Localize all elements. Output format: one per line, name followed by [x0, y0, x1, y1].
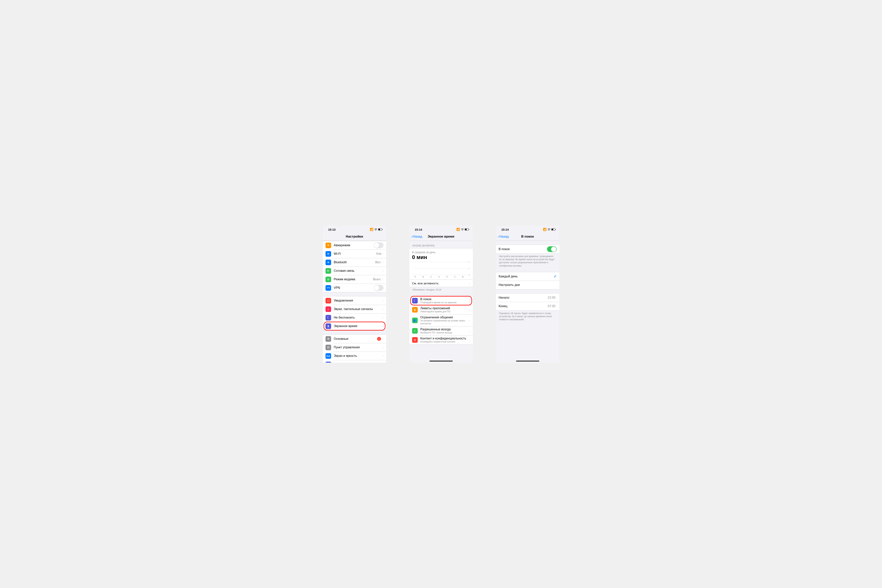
wifi-icon — [548, 228, 550, 231]
back-button[interactable]: ‹ Назад — [498, 235, 509, 238]
phone-settings: 15:13 📶 Настройки ✈Авиарежим≋Wi-Fifmk›∗B… — [323, 225, 386, 363]
settings-row[interactable]: ⊞Экран «Домой»› — [323, 360, 386, 363]
nav-title: В покое — [521, 235, 534, 238]
battery-icon — [378, 228, 383, 231]
settings-row[interactable]: Конец07:00 — [496, 302, 560, 310]
home-indicator[interactable] — [516, 361, 539, 362]
chart-value: 0 мин — [412, 254, 470, 260]
⊟-icon: ⊟ — [326, 345, 331, 350]
wifi-icon — [461, 228, 464, 231]
svg-rect-5 — [469, 229, 469, 230]
screentime-options: ☾В покоеПланируйте время не за экраном.›… — [410, 296, 473, 345]
settings-row[interactable]: ⧗Лимиты приложенийЛимитируйте время для … — [410, 305, 473, 314]
chevron-left-icon: ‹ — [411, 235, 412, 238]
row-value: Выкл. — [373, 278, 381, 281]
row-label: В покое — [499, 247, 510, 251]
chart-day-label: Ч — [436, 276, 442, 278]
settings-row[interactable]: ⊘Контент и конфиденциальностьБлокируйте … — [410, 335, 473, 345]
settings-row[interactable]: ⚙Основные1› — [323, 334, 386, 343]
chevron-right-icon: › — [382, 269, 384, 272]
downtime-description: Настройте расписание для времени, провод… — [496, 254, 560, 268]
settings-row[interactable]: 👥Ограничения общенияУстановите ограничен… — [410, 314, 473, 326]
row-label: Конец — [499, 304, 548, 308]
row-sublabel: Выберите ПО, нужное всегда. — [420, 331, 469, 334]
settings-row[interactable]: ⊪Сотовая связь› — [323, 267, 386, 275]
nav-title: Настройки — [346, 235, 363, 238]
settings-row[interactable]: ⧗Экранное время› — [323, 322, 386, 330]
settings-row[interactable]: ✈Авиарежим — [323, 241, 386, 249]
row-label: VPN — [334, 286, 374, 290]
usage-chart[interactable]: В среднем за день 0 мин 2 ч 1 ч 0 ПВСЧПС… — [410, 248, 473, 287]
downtime-toggle[interactable] — [547, 246, 556, 252]
settings-row[interactable]: ☾В покоеПланируйте время не за экраном.› — [410, 296, 473, 305]
settings-row[interactable]: ∗BluetoothВкл.› — [323, 258, 386, 267]
svg-rect-4 — [465, 229, 466, 230]
settings-row[interactable]: ≋Wi-Fifmk› — [323, 249, 386, 258]
settings-row[interactable]: ☾Не беспокоить› — [323, 314, 386, 322]
row-value: Вкл. — [375, 261, 381, 264]
chevron-right-icon: › — [382, 337, 384, 340]
checkmark-icon: ✓ — [554, 274, 556, 279]
chart-day-label: С — [452, 276, 458, 278]
see-all-activity[interactable]: См. всю активность › — [410, 279, 473, 285]
status-bar: 15:14 📶 — [410, 225, 473, 232]
chevron-right-icon: › — [382, 316, 384, 319]
row-label: Экран и яркость — [334, 354, 382, 358]
chart-day-label: П — [412, 276, 418, 278]
AA-icon: AA — [326, 353, 331, 359]
row-label: Режим модема — [334, 278, 373, 281]
phone-downtime: 15:14 📶 ‹ Назад В покое В покое — [496, 225, 560, 363]
settings-row[interactable]: ◻Уведомления› — [323, 296, 386, 305]
settings-group-general: ⚙Основные1›⊟Пункт управления›AAЭкран и я… — [323, 334, 386, 363]
row-sublabel: Установите ограничения на основе своих к… — [420, 320, 469, 325]
chart-ylabel: 2 ч — [467, 261, 470, 263]
≋-icon: ≋ — [326, 251, 331, 257]
row-sublabel: Планируйте время не за экраном. — [420, 301, 469, 304]
svg-rect-7 — [552, 229, 553, 230]
settings-row[interactable]: ✓Разрешенные всегдаВыберите ПО, нужное в… — [410, 326, 473, 335]
row-label: Bluetooth — [334, 260, 375, 264]
back-button[interactable]: ‹ Назад — [411, 235, 422, 238]
toggle[interactable] — [374, 242, 384, 248]
∗-icon: ∗ — [326, 260, 331, 265]
row-label: Wi-Fi — [334, 252, 376, 256]
downtime-toggle-row[interactable]: В покое — [496, 245, 560, 254]
settings-row[interactable]: Начало22:00 — [496, 293, 560, 302]
device-header: IPHONE (ВАЛЕРИЯ) — [410, 243, 473, 248]
row-label: В покое — [420, 297, 469, 301]
row-value: fmk — [376, 252, 381, 255]
chart-day-label: В — [460, 276, 466, 278]
chart-ylabel: 1 ч — [467, 267, 470, 270]
settings-row[interactable]: Каждый день✓ — [496, 272, 560, 280]
⊘-icon: ⊘ — [326, 277, 331, 282]
svg-rect-1 — [378, 229, 380, 230]
settings-row[interactable]: ⊘Режим модемаВыкл.› — [323, 275, 386, 284]
⧗-icon: ⧗ — [326, 323, 331, 329]
row-label: Лимиты приложений — [420, 306, 469, 310]
chart-day-label: П — [444, 276, 450, 278]
row-label: Разрешенные всегда — [420, 327, 469, 331]
row-label: Контент и конфиденциальность — [420, 336, 469, 340]
settings-group-notifications: ◻Уведомления›♪Звуки, тактильные сигналы›… — [323, 296, 386, 330]
chevron-right-icon: › — [382, 346, 384, 349]
home-indicator[interactable] — [429, 361, 453, 362]
chevron-right-icon: › — [382, 299, 384, 302]
settings-row[interactable]: AAЭкран и яркость› — [323, 352, 386, 360]
settings-row[interactable]: ♪Звуки, тактильные сигналы› — [323, 305, 386, 314]
settings-row[interactable]: VPNVPN — [323, 284, 386, 292]
settings-row[interactable]: ⊟Пункт управления› — [323, 343, 386, 352]
chevron-right-icon: › — [382, 252, 384, 255]
status-time: 15:14 — [501, 228, 509, 231]
row-sublabel: Лимитируйте время для ПО. — [420, 310, 469, 313]
back-label: Назад — [499, 235, 509, 238]
nav-bar: ‹ Назад В покое — [496, 232, 560, 241]
settings-row[interactable]: Настроить дни — [496, 280, 560, 289]
👥-icon: 👥 — [412, 318, 418, 323]
activity-label: См. всю активность — [412, 282, 439, 285]
chart-day-label: В — [420, 276, 427, 278]
toggle[interactable] — [374, 285, 384, 291]
updated-footer: Обновлено: сегодня, 15:14 — [410, 287, 473, 292]
row-label: Основные — [334, 337, 377, 341]
row-value: 07:00 — [548, 304, 555, 308]
row-sublabel: Блокируйте неуместный контент. — [420, 340, 469, 343]
